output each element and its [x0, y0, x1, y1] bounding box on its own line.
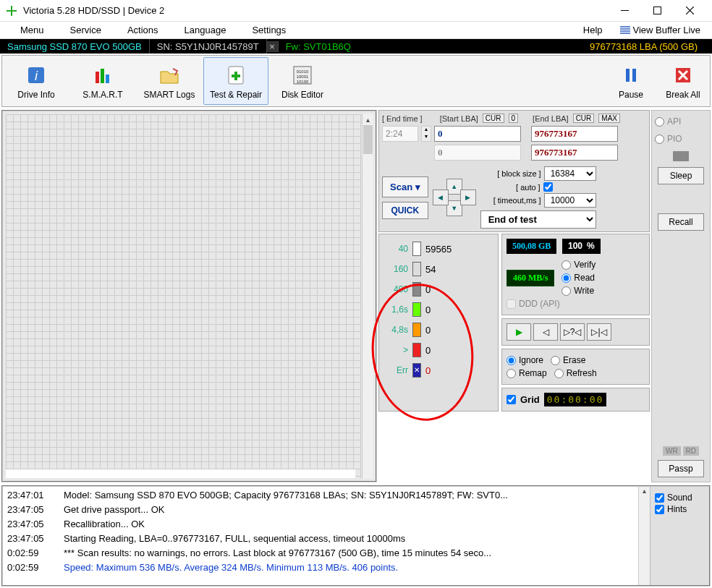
binary-icon: 010101000110100 — [289, 62, 315, 88]
passp-button[interactable]: Passp — [658, 460, 704, 477]
end-max-button[interactable]: MAX — [598, 114, 620, 123]
stat-row: > 0 — [383, 340, 493, 360]
quick-button[interactable]: QUICK — [382, 202, 428, 219]
blocksize-select[interactable]: 16384 — [544, 166, 596, 181]
test-repair-button[interactable]: Test & Repair — [203, 57, 268, 105]
log-timestamp: 23:47:05 — [7, 517, 55, 532]
view-buffer-live[interactable]: View Buffer Live — [616, 25, 705, 35]
stat-count: 54 — [425, 264, 436, 275]
surface-scrollbar[interactable]: ▴ — [362, 114, 373, 479]
stat-count: 0 — [425, 284, 431, 295]
view-buffer-label: View Buffer Live — [633, 25, 700, 35]
menu-language[interactable]: Language — [171, 25, 240, 35]
write-radio[interactable] — [561, 286, 571, 296]
sound-checkbox[interactable] — [655, 493, 664, 503]
drive-info-button[interactable]: i Drive Info — [4, 57, 69, 105]
sn-close[interactable]: × — [267, 41, 279, 52]
smart-logs-button[interactable]: SMART Logs — [137, 57, 202, 105]
log-line: 0:02:59Speed: Maximum 536 MB/s. Average … — [7, 561, 634, 575]
drive-lba: 976773168 LBA (500 GB) — [575, 41, 712, 52]
nav-left[interactable]: ◀ — [433, 189, 449, 205]
menu-settings[interactable]: Settings — [239, 25, 299, 35]
menu-menu[interactable]: Menu — [7, 25, 57, 35]
menu-service[interactable]: Service — [57, 25, 114, 35]
stat-row: 40 59565 — [383, 239, 493, 259]
grid-label: Grid — [520, 394, 540, 405]
pio-radio[interactable] — [655, 135, 664, 144]
end-time-spinner[interactable]: ▲▼ — [421, 126, 431, 142]
nav-right[interactable]: ▶ — [460, 189, 476, 205]
break-all-button[interactable]: Break All — [658, 57, 708, 105]
start-zero-button[interactable]: 0 — [509, 114, 519, 123]
recall-button[interactable]: Recall — [658, 213, 704, 231]
end-of-test-select[interactable]: End of test — [480, 210, 596, 229]
drive-fw: Fw: SVT01B6Q — [279, 39, 358, 54]
start-lba-readonly — [434, 145, 521, 161]
refresh-radio[interactable] — [554, 369, 564, 378]
ignore-radio[interactable] — [507, 356, 516, 365]
end-cur-button[interactable]: CUR — [573, 114, 595, 123]
erase-radio[interactable] — [551, 356, 560, 365]
grid-block: Grid 00:00:00 — [501, 388, 650, 412]
app-icon — [6, 5, 17, 17]
minimize-button[interactable] — [609, 1, 641, 21]
scroll-thumb[interactable] — [363, 125, 373, 154]
api-radio[interactable] — [655, 117, 664, 127]
log-scrollbar[interactable]: ▴ — [638, 487, 650, 585]
stat-row: 400 0 — [383, 279, 493, 299]
smart-label: S.M.A.R.T — [82, 90, 122, 100]
sleep-button[interactable]: Sleep — [658, 167, 704, 184]
grid-checkbox[interactable] — [507, 395, 516, 404]
stat-color-box — [412, 343, 421, 357]
timing-stats: 40 59565160 54400 01,6s 04,8s 0> 0Err 0 — [378, 234, 499, 412]
stat-color-box — [412, 302, 421, 317]
verify-radio[interactable] — [561, 260, 571, 270]
play-button[interactable]: ▶ — [507, 323, 531, 341]
close-button[interactable] — [674, 1, 706, 21]
chevron-up-icon[interactable]: ▴ — [363, 114, 373, 125]
percent-badge: 100 % — [562, 239, 601, 254]
start-lba-input[interactable] — [434, 126, 521, 142]
svg-rect-6 — [106, 74, 109, 83]
remap-label: Remap — [519, 368, 547, 378]
stat-label: 160 — [383, 264, 408, 274]
capacity-badge: 500,08 GB — [507, 239, 556, 254]
log-message: Get drive passport... OK — [64, 503, 164, 517]
menu-bar: Menu Service Actions Language Settings H… — [0, 22, 712, 39]
pause-button[interactable]: Pause — [606, 57, 656, 105]
svg-rect-4 — [96, 72, 99, 83]
maximize-button[interactable] — [641, 1, 674, 21]
api-label: API — [667, 116, 681, 127]
scan-button[interactable]: Scan ▾ — [382, 176, 428, 197]
prev-button[interactable]: ◁ — [533, 323, 558, 341]
stat-row: 1,6s 0 — [383, 299, 493, 320]
write-label: Write — [574, 286, 594, 296]
stat-label: 400 — [383, 284, 408, 294]
control-column: [ End time ] [Start LBA] CUR 0 [End LBA]… — [378, 110, 650, 482]
log-panel: 23:47:01Model: Samsung SSD 870 EVO 500GB… — [1, 485, 711, 587]
seek-fwd-button[interactable]: ▷?◁ — [560, 323, 585, 341]
menu-actions[interactable]: Actions — [114, 25, 171, 35]
ddd-checkbox — [507, 299, 516, 309]
log-message: Recallibration... OK — [64, 517, 145, 532]
auto-checkbox[interactable] — [543, 182, 553, 192]
scan-grid — [6, 114, 361, 478]
start-cur-button[interactable]: CUR — [483, 114, 504, 123]
menu-help[interactable]: Help — [570, 25, 616, 35]
log-line: 23:47:05Get drive passport... OK — [7, 503, 634, 517]
disk-editor-button[interactable]: 010101000110100 Disk Editor — [270, 57, 335, 105]
read-radio[interactable] — [561, 273, 571, 283]
hints-label: Hints — [667, 504, 687, 514]
test-repair-label: Test & Repair — [210, 90, 262, 100]
remap-radio[interactable] — [507, 369, 516, 378]
playback-block: ▶ ◁ ▷?◁ ▷|◁ — [501, 318, 650, 346]
end-lba-input[interactable] — [531, 126, 618, 142]
svg-text:10001: 10001 — [297, 74, 309, 79]
timeout-select[interactable]: 10000 — [544, 193, 596, 208]
hints-checkbox[interactable] — [655, 505, 664, 514]
smart-button[interactable]: S.M.A.R.T — [70, 57, 135, 105]
log-message: *** Scan results: no warnings, no errors… — [64, 546, 491, 561]
stat-label: 40 — [383, 244, 408, 254]
seek-end-button[interactable]: ▷|◁ — [587, 323, 611, 341]
stat-label: Err — [383, 365, 408, 375]
